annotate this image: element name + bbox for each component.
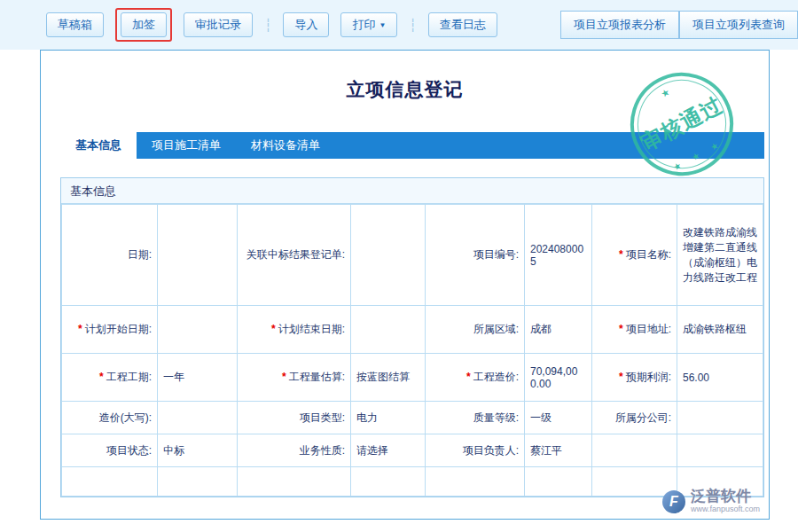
field-label: 所属区域:	[426, 306, 525, 354]
required-mark: *	[466, 371, 471, 383]
view-log-button[interactable]: 查看日志	[428, 12, 497, 37]
field-value[interactable]: 改建铁路成渝线增建第二直通线（成渝枢纽）电力线路迁改工程	[677, 205, 763, 306]
field-label	[238, 467, 351, 497]
field-label	[62, 467, 158, 497]
table-row: 项目状态: 中标 业务性质: 请选择 项目负责人: 蔡江平	[62, 434, 763, 467]
field-value[interactable]	[351, 306, 426, 354]
field-value[interactable]: 一年	[158, 354, 238, 402]
draft-box-button[interactable]: 草稿箱	[46, 12, 104, 37]
field-label: *工程量估算:	[238, 354, 351, 402]
field-value	[158, 467, 238, 497]
chevron-down-icon: ▼	[379, 21, 386, 29]
field-value	[351, 467, 426, 497]
brand-name: 泛普软件	[691, 489, 760, 505]
field-value[interactable]: 蔡江平	[525, 434, 592, 467]
required-mark: *	[282, 371, 286, 383]
field-value[interactable]: 56.00	[677, 354, 763, 402]
field-label-text: 计划结束日期:	[278, 323, 345, 335]
field-label: *项目地址:	[592, 306, 677, 354]
required-mark: *	[619, 248, 623, 261]
field-label: *项目名称:	[592, 205, 677, 306]
field-label-text: 工程工期:	[106, 371, 152, 383]
table-row: 日期: 关联中标结果登记单: 项目编号: 2024080005 *项目名称: 改…	[62, 205, 763, 306]
field-label: *工程工期:	[62, 354, 158, 402]
tab-material-list[interactable]: 材料设备清单	[236, 132, 335, 159]
field-value[interactable]	[158, 205, 238, 306]
field-value[interactable]: 成都	[525, 306, 592, 354]
field-label: 日期:	[62, 205, 158, 306]
approval-stamp: ★ 审核通过 ★ ★ ★	[613, 55, 752, 194]
field-label-text: 关联中标结果登记单:	[246, 248, 345, 261]
field-label: 质量等级:	[426, 402, 525, 434]
field-label: 关联中标结果登记单:	[238, 205, 351, 306]
field-label-text: 项目类型:	[300, 411, 345, 424]
brand-logo: F 泛普软件 www.fanpusoft.com	[662, 489, 760, 514]
required-mark: *	[619, 371, 623, 383]
field-label-text: 工程造价:	[473, 371, 519, 383]
print-label: 打印	[352, 17, 375, 33]
form-section-title: 基本信息	[61, 178, 763, 204]
field-value	[525, 467, 592, 497]
field-label: *工程造价:	[426, 354, 525, 402]
field-label-text: 项目名称:	[626, 248, 671, 261]
field-label	[426, 467, 525, 497]
field-label-text: 项目状态:	[106, 444, 152, 457]
field-label-text: 项目负责人:	[463, 444, 519, 457]
table-row: 造价(大写): 项目类型: 电力 质量等级: 一级 所属分公司:	[62, 402, 763, 434]
field-value[interactable]: 电力	[351, 402, 426, 434]
toolbar-right-links: 项目立项报表分析 项目立项列表查询	[560, 11, 798, 39]
field-label: *预期利润:	[592, 354, 677, 402]
tab-basic-info[interactable]: 基本信息	[60, 132, 137, 159]
report-analysis-button[interactable]: 项目立项报表分析	[560, 11, 679, 39]
field-label: *计划结束日期:	[238, 306, 351, 354]
required-mark: *	[271, 323, 276, 335]
field-value[interactable]	[158, 402, 238, 434]
field-label: *计划开始日期:	[62, 306, 158, 354]
field-value[interactable]	[158, 306, 238, 354]
field-value[interactable]: 中标	[158, 434, 238, 467]
field-value[interactable]	[677, 402, 763, 434]
toolbar-divider: ┆	[264, 18, 271, 32]
basic-info-form: 基本信息 日期: 关联中标结果登记单: 项目编号: 2024080005 *项目…	[60, 177, 764, 497]
import-button[interactable]: 导入	[283, 12, 329, 37]
table-row: *计划开始日期: *计划结束日期: 所属区域: 成都 *项目地址: 成渝铁路枢纽	[62, 306, 763, 354]
field-label	[592, 434, 677, 467]
highlight-box: 加签	[115, 8, 172, 42]
field-value[interactable]: 请选择	[351, 434, 426, 467]
field-value[interactable]	[677, 434, 763, 467]
toolbar-divider: ┆	[409, 18, 416, 32]
approval-record-button[interactable]: 审批记录	[184, 12, 253, 37]
field-label: 项目编号:	[426, 205, 525, 306]
field-label-text: 质量等级:	[473, 411, 519, 424]
tab-construction-list[interactable]: 项目施工清单	[137, 132, 236, 159]
field-label-text: 日期:	[128, 248, 152, 261]
list-query-button[interactable]: 项目立项列表查询	[679, 11, 798, 39]
field-label: 业务性质:	[238, 434, 351, 467]
field-value[interactable]: 按蓝图结算	[351, 354, 426, 402]
brand-text: 泛普软件 www.fanpusoft.com	[691, 489, 760, 514]
field-value[interactable]	[351, 205, 426, 306]
field-label: 项目类型:	[238, 402, 351, 434]
add-sign-button[interactable]: 加签	[121, 12, 167, 37]
field-value[interactable]: 一级	[525, 402, 592, 434]
table-row: *工程工期: 一年 *工程量估算: 按蓝图结算 *工程造价: 70,094,00…	[62, 354, 763, 402]
field-value[interactable]: 70,094,000.00	[525, 354, 592, 402]
field-value[interactable]: 2024080005	[525, 205, 592, 306]
star-icon: ★	[659, 86, 672, 100]
field-label: 项目负责人:	[426, 434, 525, 467]
print-button[interactable]: 打印 ▼	[340, 12, 397, 37]
field-label-text: 工程量估算:	[289, 371, 345, 383]
field-label-text: 计划开始日期:	[85, 323, 152, 335]
field-label-text: 项目编号:	[473, 248, 519, 261]
field-label-text: 所属分公司:	[615, 411, 671, 424]
required-mark: *	[99, 371, 104, 383]
required-mark: *	[619, 323, 623, 335]
toolbar: 草稿箱 加签 审批记录 ┆ 导入 打印 ▼ ┆ 查看日志 项目立项报表分析 项目…	[0, 0, 798, 50]
field-label: 造价(大写):	[62, 402, 158, 434]
field-label-text: 所属区域:	[473, 323, 519, 335]
field-value[interactable]: 成渝铁路枢纽	[677, 306, 763, 354]
field-label-text: 预期利润:	[626, 371, 671, 383]
required-mark: *	[78, 323, 82, 335]
basic-info-table: 日期: 关联中标结果登记单: 项目编号: 2024080005 *项目名称: 改…	[61, 204, 763, 497]
field-label: 所属分公司:	[592, 402, 677, 434]
